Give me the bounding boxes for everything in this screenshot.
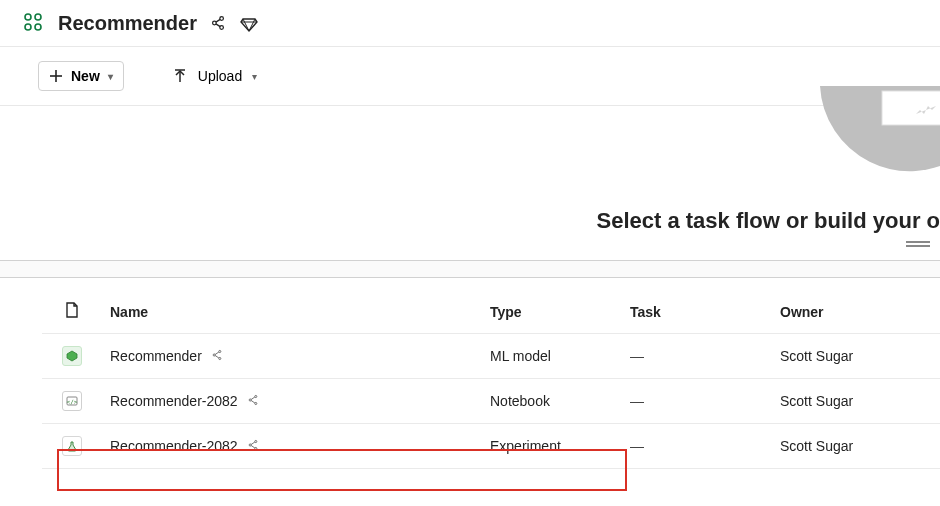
- upload-icon: [172, 68, 188, 84]
- svg-point-29: [249, 398, 251, 400]
- diamond-icon[interactable]: [239, 13, 259, 33]
- svg-line-33: [251, 400, 255, 403]
- notebook-icon: </>: [62, 391, 82, 411]
- svg-point-34: [249, 443, 251, 445]
- plus-icon: [49, 69, 63, 83]
- new-button-label: New: [71, 68, 100, 84]
- svg-line-7: [216, 19, 220, 22]
- svg-line-38: [251, 445, 255, 448]
- share-icon[interactable]: [209, 14, 227, 32]
- svg-point-3: [35, 24, 41, 30]
- experiment-icon: [62, 436, 82, 456]
- upload-button[interactable]: Upload ▾: [164, 62, 265, 90]
- table-row[interactable]: Recommender ML model — Scott Sugar: [42, 334, 940, 379]
- item-owner: Scott Sugar: [772, 334, 940, 379]
- resize-handle-icon[interactable]: [906, 236, 930, 252]
- item-owner: Scott Sugar: [772, 379, 940, 424]
- table-header-row: Name Type Task Owner: [42, 290, 940, 334]
- item-name: Recommender-2082: [110, 393, 238, 409]
- page-title: Recommender: [58, 12, 197, 35]
- taskflow-heading: Select a task flow or build your o: [596, 208, 940, 234]
- column-file[interactable]: [42, 290, 102, 334]
- item-type: Notebook: [482, 379, 622, 424]
- item-type: Experiment: [482, 424, 622, 469]
- share-icon: [210, 348, 224, 365]
- share-icon: [246, 438, 260, 455]
- column-owner[interactable]: Owner: [772, 290, 940, 334]
- item-owner: Scott Sugar: [772, 424, 940, 469]
- grid-spacer: [0, 260, 940, 278]
- ml-model-icon: [62, 346, 82, 366]
- svg-line-26: [215, 355, 219, 358]
- svg-point-35: [254, 440, 256, 442]
- taskflow-hero: Select a task flow or build your o: [0, 106, 940, 256]
- table-row[interactable]: </> Recommender-2082 Notebook — Scott Su…: [42, 379, 940, 424]
- item-task: —: [622, 424, 772, 469]
- new-button[interactable]: New ▾: [38, 61, 124, 91]
- item-name: Recommender-2082: [110, 438, 238, 454]
- hero-decoration: [820, 86, 940, 186]
- svg-point-1: [35, 14, 41, 20]
- toolbar: New ▾ Upload ▾: [0, 47, 940, 105]
- workspace-icon: [20, 10, 46, 36]
- chevron-down-icon: ▾: [108, 71, 113, 82]
- column-task[interactable]: Task: [622, 290, 772, 334]
- svg-line-25: [215, 351, 219, 354]
- svg-point-30: [254, 395, 256, 397]
- svg-text:</>: </>: [67, 398, 78, 405]
- svg-point-22: [213, 353, 215, 355]
- file-icon: [65, 302, 79, 318]
- svg-point-36: [254, 447, 256, 449]
- svg-point-2: [25, 24, 31, 30]
- svg-line-37: [251, 441, 255, 444]
- upload-button-label: Upload: [198, 68, 242, 84]
- table-row[interactable]: Recommender-2082 Experiment — Scott Suga…: [42, 424, 940, 469]
- svg-point-0: [25, 14, 31, 20]
- svg-point-23: [219, 350, 221, 352]
- items-table: Name Type Task Owner Recommender ML mode…: [42, 290, 940, 469]
- svg-marker-21: [67, 351, 77, 361]
- item-type: ML model: [482, 334, 622, 379]
- share-icon: [246, 393, 260, 410]
- svg-point-31: [254, 402, 256, 404]
- item-task: —: [622, 334, 772, 379]
- item-name: Recommender: [110, 348, 202, 364]
- column-name[interactable]: Name: [102, 290, 482, 334]
- svg-line-32: [251, 396, 255, 399]
- column-type[interactable]: Type: [482, 290, 622, 334]
- chevron-down-icon: ▾: [252, 71, 257, 82]
- page-header: Recommender: [0, 0, 940, 46]
- svg-line-8: [216, 24, 220, 27]
- item-task: —: [622, 379, 772, 424]
- svg-point-24: [219, 357, 221, 359]
